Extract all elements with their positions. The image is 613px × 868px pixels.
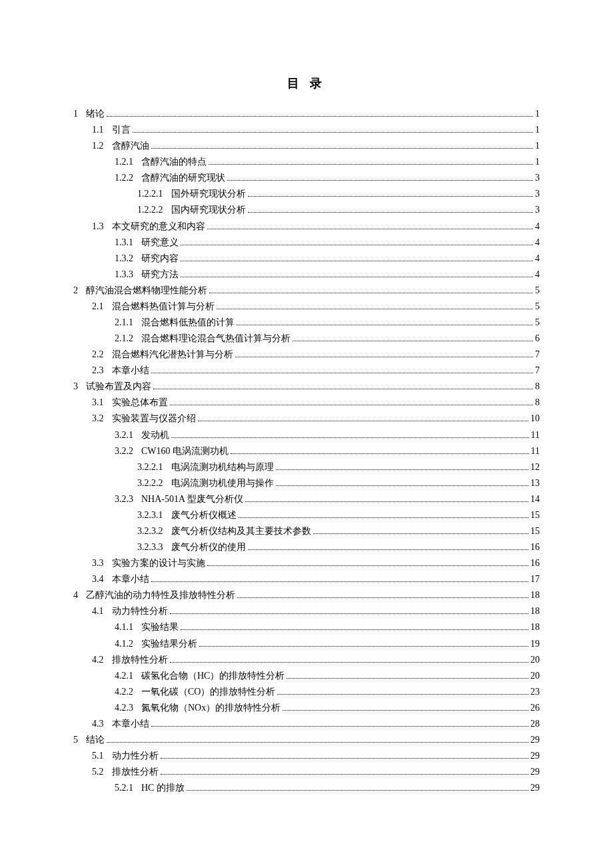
toc-leader-dots — [133, 132, 534, 133]
toc-entry-label: 国内研究现状分析 — [171, 202, 246, 218]
toc-entry-number: 3.2.3.1 — [137, 507, 163, 523]
toc-entry: 3.3实验方案的设计与实施16 — [73, 555, 540, 571]
toc-entry-label: NHA-501A 型废气分析仪 — [141, 491, 243, 507]
toc-entry-number: 1.1 — [92, 122, 104, 138]
toc-entry-page: 26 — [530, 700, 540, 716]
toc-entry-page: 4 — [535, 251, 540, 267]
toc-entry-label: 碳氢化合物（HC）的排放特性分析 — [141, 668, 285, 684]
toc-leader-dots — [151, 581, 529, 582]
toc-leader-dots — [209, 293, 533, 293]
toc-entry: 3.2.3NHA-501A 型废气分析仪14 — [73, 491, 540, 507]
toc-entry-number: 3.2.3.3 — [137, 539, 163, 555]
toc-leader-dots — [170, 613, 529, 614]
toc-title: 目 录 — [73, 73, 540, 94]
toc-entry-label: 实验装置与仪器介绍 — [112, 411, 196, 427]
toc-leader-dots — [181, 261, 533, 261]
toc-entry-page: 3 — [535, 186, 540, 202]
toc-entry-number: 2 — [73, 283, 78, 299]
toc-entry-label: 混合燃料理论混合气热值计算与分析 — [141, 331, 291, 347]
toc-entry: 5.2排放性分析29 — [73, 764, 540, 780]
toc-entry-number: 3.3 — [92, 555, 104, 571]
toc-leader-dots — [248, 212, 534, 213]
toc-leader-dots — [239, 517, 529, 518]
toc-entry-number: 1.2.2.1 — [137, 186, 163, 202]
toc-entry-label: 实验总体布置 — [112, 395, 168, 411]
toc-entry-number: 3.2.1 — [115, 427, 133, 443]
toc-entry-number: 2.1.1 — [115, 315, 133, 331]
toc-entry-label: 本文研究的意义和内容 — [112, 219, 205, 235]
toc-leader-dots — [181, 629, 528, 630]
toc-entry-page: 8 — [535, 379, 540, 395]
toc-entry-label: 废气分析仪结构及其主要技术参数 — [171, 523, 311, 539]
toc-leader-dots — [248, 549, 529, 550]
toc-entry-number: 1.3.1 — [115, 235, 133, 251]
toc-entry-label: 电涡流测功机结构与原理 — [171, 459, 274, 475]
toc-entry-label: 电涡流测功机使用与操作 — [171, 475, 274, 491]
toc-leader-dots — [313, 533, 529, 534]
toc-leader-dots — [237, 325, 533, 325]
toc-entry-page: 4 — [535, 267, 540, 283]
toc-entry-page: 4 — [535, 235, 540, 251]
toc-entry-label: 排放性分析 — [112, 764, 159, 780]
toc-leader-dots — [198, 421, 529, 421]
toc-entry-page: 29 — [530, 764, 540, 780]
toc-entry: 2.1.2混合燃料理论混合气热值计算与分析6 — [73, 331, 540, 347]
toc-entry-page: 29 — [530, 780, 540, 796]
toc-entry-page: 3 — [535, 202, 540, 218]
toc-entry-number: 4.2.3 — [115, 700, 133, 716]
toc-entry-label: 一氧化碳（CO）的排放特性分析 — [141, 684, 275, 700]
toc-entry-number: 1.2.2 — [115, 170, 133, 186]
toc-leader-dots — [237, 597, 528, 598]
toc-entry-label: 国外研究现状分析 — [171, 186, 246, 202]
toc-entry-page: 10 — [530, 411, 540, 427]
toc-leader-dots — [107, 742, 528, 743]
toc-entry-number: 4.3 — [92, 716, 104, 732]
toc-entry: 5.1动力性分析29 — [73, 748, 540, 764]
toc-leader-dots — [276, 469, 529, 470]
toc-leader-dots — [227, 180, 533, 181]
toc-entry: 1.3.2研究内容4 — [73, 251, 540, 267]
toc-entry-number: 4.1 — [92, 603, 104, 619]
toc-entry-label: 研究内容 — [141, 251, 179, 267]
toc-entry-number: 4.1.1 — [115, 619, 133, 635]
toc-entry-page: 8 — [535, 395, 540, 411]
toc-entry: 1.2.1含醇汽油的特点1 — [73, 154, 540, 170]
toc-entry-number: 2.1.2 — [115, 331, 133, 347]
toc-entry-label: 废气分析仪的使用 — [171, 539, 246, 555]
toc-entry-page: 20 — [530, 668, 540, 684]
toc-entry: 1.2.2含醇汽油的研究现状3 — [73, 170, 540, 186]
toc-entry-number: 3.2.2 — [115, 443, 133, 459]
toc-entry-page: 3 — [535, 170, 540, 186]
toc-entry-page: 23 — [530, 684, 540, 700]
toc-entry-number: 4.1.2 — [115, 636, 133, 652]
toc-leader-dots — [170, 405, 534, 405]
toc-entry-page: 14 — [530, 491, 540, 507]
toc-entry: 2.2混合燃料汽化潜热计算与分析7 — [73, 347, 540, 363]
toc-entry: 2.3本章小结7 — [73, 363, 540, 379]
toc-entry-number: 2.2 — [92, 347, 104, 363]
toc-entry: 4.2.3氮氧化物（NOx）的排放特性分析26 — [73, 700, 540, 716]
toc-leader-dots — [151, 148, 534, 149]
toc-entry: 3.2实验装置与仪器介绍10 — [73, 411, 540, 427]
toc-entry: 1.3本文研究的意义和内容4 — [73, 219, 540, 235]
toc-leader-dots — [207, 229, 534, 229]
toc-leader-dots — [235, 357, 534, 357]
toc-leader-dots — [293, 341, 533, 341]
toc-entry-label: 引言 — [112, 122, 131, 138]
toc-entry-number: 4 — [73, 587, 78, 603]
toc-entry-page: 7 — [535, 347, 540, 363]
toc-entry-page: 16 — [530, 555, 540, 571]
toc-entry-label: CW160 电涡流测功机 — [141, 443, 229, 459]
toc-entry: 3.2.1发动机11 — [73, 427, 540, 443]
toc-entry: 1绪论1 — [73, 106, 540, 122]
toc-entry-page: 1 — [535, 122, 540, 138]
toc-entry-number: 1.3.3 — [115, 267, 133, 283]
toc-entry-page: 29 — [530, 732, 540, 748]
toc-entry-page: 18 — [530, 603, 540, 619]
toc-entry-number: 3.2.2.1 — [137, 459, 163, 475]
toc-entry-page: 1 — [535, 154, 540, 170]
toc-list: 1绪论11.1引言11.2含醇汽油11.2.1含醇汽油的特点11.2.2含醇汽油… — [73, 106, 540, 796]
toc-entry-number: 1 — [73, 106, 78, 122]
toc-entry: 4.1.2实验结果分析19 — [73, 636, 540, 652]
toc-entry: 4.2.2一氧化碳（CO）的排放特性分析23 — [73, 684, 540, 700]
